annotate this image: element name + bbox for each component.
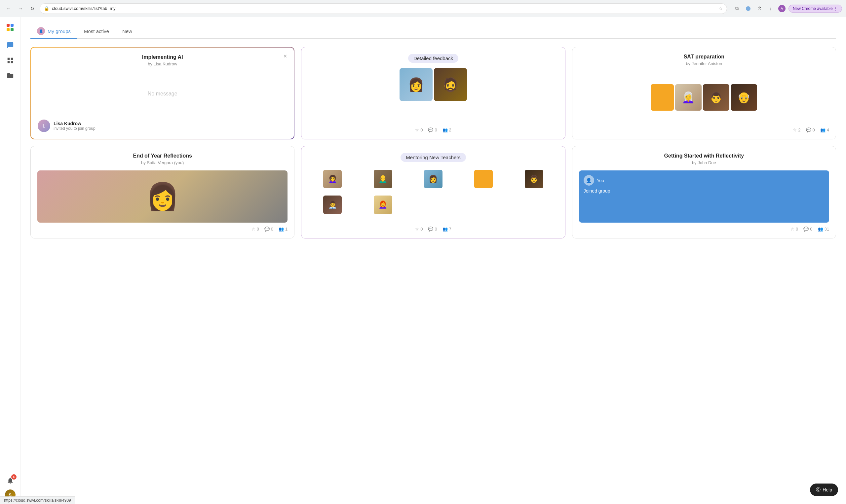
app-logo[interactable] [4,21,17,34]
card-stats-eoy: ☆ 0 💬 0 👥 1 [37,222,287,232]
help-button[interactable]: ⓪ Help [810,484,838,496]
card-getting-started[interactable]: Getting Started with Reflectivity by Joh… [572,146,836,238]
card-stats-getting-started: ☆ 0 💬 0 👥 31 [579,222,829,232]
card-stats-sat: ☆ 2 💬 0 👥 4 [579,124,829,132]
more-icon: ⋮ [834,6,838,11]
tab-most-active[interactable]: Most active [77,25,116,38]
comment-icon: 💬 [806,127,811,132]
photo-jennifer: 👩‍🦳 [675,84,702,111]
orange-placeholder [651,84,674,111]
card-mentoring[interactable]: Mentoring New Teachers 👩‍🦱 👨‍🦲 👩 👨 👨‍💼 👩… [301,146,565,238]
star-icon: ☆ [791,227,794,232]
inviter-name: Lisa Kudrow [54,121,95,126]
mentor-photo-3: 👩 [424,170,442,188]
getting-started-title: Getting Started with Reflectivity [579,153,829,159]
members-stat: 👥 4 [820,127,829,132]
members-stat: 👥 31 [818,227,829,232]
members-stat: 👥 7 [442,227,452,232]
back-button[interactable]: ← [4,4,13,13]
comments-stat: 💬 0 [806,127,815,132]
timer-extension-button[interactable]: ⏱ [755,4,764,13]
logo-grid [6,24,14,31]
sidebar: 6 S [0,17,20,504]
notification-wrapper: 6 [4,474,17,487]
main-content: 👤 My groups Most active New × Implementi… [20,17,846,504]
status-url: https://cloud.swivl.com/skills/skill/490… [4,498,71,503]
tabs-nav: 👤 My groups Most active New [30,24,836,39]
new-chrome-button[interactable]: New Chrome available ⋮ [789,5,842,13]
blue-message-area: 👤 You Joined group [579,170,829,222]
stars-stat: ☆ 0 [251,227,259,232]
card-implementing-ai[interactable]: × Implementing AI by Lisa Kudrow No mess… [30,47,295,139]
photo-person3: 👨 [703,84,729,111]
forward-button[interactable]: → [16,4,25,13]
mentor-photo-5: 👨 [525,170,543,188]
mentoring-photos: 👩‍🦱 👨‍🦲 👩 👨 👨‍💼 👩‍🦰 [308,167,558,222]
end-of-year-title: End of Year Reflections [37,153,287,159]
members-icon: 👥 [442,227,448,232]
photo-person-2: 🧔 [434,68,467,101]
card-implementing-ai-title: Implementing AI [38,54,287,60]
notification-badge: 6 [11,474,17,480]
stars-stat: ☆ 0 [415,227,423,232]
swivl-extension-button[interactable] [743,4,753,13]
sat-photos: 👩‍🦳 👨 👴 [579,71,829,124]
members-icon: 👥 [442,127,448,132]
members-icon: 👥 [818,227,823,232]
card-stats-mentoring: ☆ 0 💬 0 👥 7 [415,222,452,232]
stars-stat: ☆ 0 [415,127,423,132]
star-icon: ☆ [251,227,255,232]
extensions-button[interactable]: ⧉ [732,4,742,13]
profile-button[interactable]: A [777,4,787,13]
mentor-orange [474,170,493,188]
reload-button[interactable]: ↻ [28,4,37,13]
tab-new[interactable]: New [116,25,139,38]
svg-point-0 [746,6,751,11]
joined-group-text: Joined group [584,188,825,194]
status-bar: https://cloud.swivl.com/skills/skill/490… [0,497,75,504]
card-detailed-feedback[interactable]: Detailed feedback 👩 🧔 ☆ 0 💬 [301,47,565,139]
card-stats-detailed: ☆ 0 💬 0 👥 2 [415,124,452,132]
members-stat: 👥 1 [279,227,287,232]
end-of-year-subtitle: by Sofia Vergara (you) [37,160,287,165]
stars-stat: ☆ 2 [793,127,800,132]
photo-collage-detailed: 👩 🧔 [400,68,467,124]
url-text: cloud.swivl.com/skills/list?tab=my [52,6,716,11]
comment-icon: 💬 [264,227,270,232]
invite-description: invited you to join group [54,126,95,131]
star-icon: ☆ [415,227,419,232]
photo-person-1: 👩 [400,68,433,101]
address-bar[interactable]: 🔒 cloud.swivl.com/skills/list?tab=my ☆ [40,3,727,14]
members-icon: 👥 [820,127,826,132]
sidebar-item-folder[interactable] [4,69,17,82]
blue-msg-header: 👤 You [584,175,825,186]
mentoring-badge: Mentoring New Teachers [401,153,466,162]
browser-chrome: ← → ↻ 🔒 cloud.swivl.com/skills/list?tab=… [0,0,846,17]
detailed-feedback-badge: Detailed feedback [408,54,458,63]
logo-red [6,24,10,27]
blue-msg-avatar: 👤 [584,175,594,186]
card-implementing-ai-subtitle: by Lisa Kudrow [38,61,287,66]
members-icon: 👥 [279,227,284,232]
download-button[interactable]: ↓ [766,4,775,13]
mentor-photo-2: 👨‍🦲 [374,170,392,188]
logo-green [11,28,14,31]
end-of-year-photo: 👩 [37,170,287,222]
card-end-of-year[interactable]: End of Year Reflections by Sofia Vergara… [30,146,295,238]
cards-grid: × Implementing AI by Lisa Kudrow No mess… [30,47,836,238]
logo-blue [11,24,14,27]
comment-icon: 💬 [428,127,433,132]
sat-title: SAT preparation [579,54,829,60]
comments-stat: 💬 0 [264,227,273,232]
photo-person4: 👴 [731,84,757,111]
comments-stat: 💬 0 [428,227,437,232]
comment-icon: 💬 [804,227,809,232]
tab-my-groups[interactable]: 👤 My groups [30,24,77,39]
inviter-avatar: L [38,120,50,132]
card-sat-preparation[interactable]: SAT preparation by Jennifer Aniston 👩‍🦳 … [572,47,836,139]
sidebar-item-grid[interactable] [4,54,17,67]
star-icon: ☆ [415,127,419,132]
comment-icon: 💬 [428,227,433,232]
sidebar-item-chat[interactable] [4,39,17,52]
close-implementing-ai-button[interactable]: × [281,52,289,60]
